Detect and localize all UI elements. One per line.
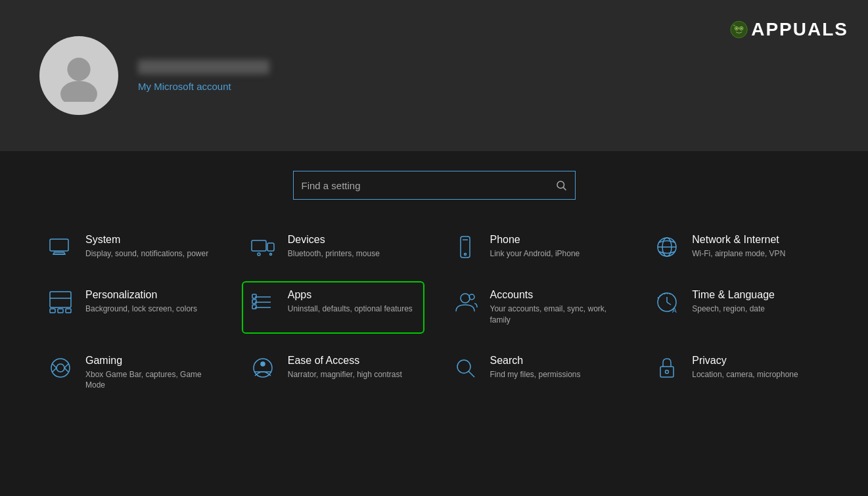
setting-desc-ease: Narrator, magnifier, high contrast (288, 369, 402, 380)
svg-rect-15 (267, 243, 274, 251)
svg-point-6 (741, 28, 742, 30)
setting-item-personalization[interactable]: Personalization Background, lock screen,… (39, 281, 222, 334)
setting-desc-network: Wi-Fi, airplane mode, VPN (692, 248, 785, 259)
header: My Microsoft account APPUALS (0, 0, 868, 151)
setting-title-gaming: Gaming (85, 355, 214, 367)
svg-line-45 (64, 364, 68, 368)
setting-text-gaming: Gaming Xbox Game Bar, captures, Game Mod… (85, 355, 214, 392)
setting-desc-system: Display, sound, notifications, power (85, 248, 208, 259)
setting-item-devices[interactable]: Devices Bluetooth, printers, mouse (242, 226, 424, 268)
setting-desc-accounts: Your accounts, email, sync, work, family (490, 304, 619, 326)
svg-point-5 (736, 28, 738, 30)
svg-rect-27 (66, 309, 71, 313)
setting-item-phone[interactable]: Phone Link your Android, iPhone (444, 226, 627, 268)
svg-rect-14 (252, 240, 266, 251)
setting-title-network: Network & Internet (692, 234, 785, 246)
setting-item-privacy[interactable]: Privacy Location, camera, microphone (646, 347, 829, 399)
svg-point-48 (261, 362, 265, 366)
phone-icon (452, 234, 478, 260)
svg-rect-26 (58, 309, 63, 313)
setting-text-time: Time & Language Speech, region, date (692, 289, 775, 315)
search-icon (452, 355, 478, 381)
svg-rect-34 (252, 305, 256, 309)
setting-desc-search: Find my files, permissions (490, 369, 581, 380)
svg-rect-11 (50, 239, 68, 251)
setting-item-ease[interactable]: Ease of Access Narrator, magnifier, high… (242, 347, 424, 399)
svg-point-1 (60, 81, 97, 102)
ease-icon (250, 355, 276, 381)
setting-desc-apps: Uninstall, defaults, optional features (288, 304, 413, 315)
setting-text-search: Search Find my files, permissions (490, 355, 581, 380)
setting-text-system: System Display, sound, notifications, po… (85, 234, 208, 259)
svg-point-42 (57, 364, 64, 372)
setting-item-accounts[interactable]: Accounts Your accounts, email, sync, wor… (444, 281, 627, 334)
setting-item-network[interactable]: Network & Internet Wi-Fi, airplane mode,… (646, 226, 829, 268)
search-icon (555, 179, 567, 191)
setting-item-system[interactable]: System Display, sound, notifications, po… (39, 226, 222, 268)
svg-rect-8 (733, 25, 736, 26)
svg-text:A: A (672, 307, 677, 314)
setting-title-apps: Apps (288, 289, 413, 301)
setting-text-accounts: Accounts Your accounts, email, sync, wor… (490, 289, 619, 326)
setting-title-time: Time & Language (692, 289, 775, 301)
gaming-icon (47, 355, 74, 381)
microsoft-account-link[interactable]: My Microsoft account (138, 81, 269, 92)
setting-text-phone: Phone Link your Android, iPhone (490, 234, 580, 259)
svg-rect-24 (50, 292, 71, 307)
setting-text-devices: Devices Bluetooth, printers, mouse (288, 234, 380, 259)
svg-point-2 (731, 21, 747, 37)
svg-line-44 (53, 368, 57, 372)
svg-rect-25 (50, 309, 55, 313)
network-icon (654, 234, 680, 260)
setting-text-ease: Ease of Access Narrator, magnifier, high… (288, 355, 402, 380)
setting-desc-phone: Link your Android, iPhone (490, 248, 580, 259)
settings-grid: System Display, sound, notifications, po… (39, 226, 829, 399)
setting-text-personalization: Personalization Background, lock screen,… (85, 289, 197, 315)
setting-text-network: Network & Internet Wi-Fi, airplane mode,… (692, 234, 785, 259)
setting-item-gaming[interactable]: Gaming Xbox Game Bar, captures, Game Mod… (39, 347, 222, 399)
personalization-icon (47, 289, 74, 315)
search-button[interactable] (555, 179, 567, 191)
profile-info: My Microsoft account (138, 60, 269, 92)
setting-title-personalization: Personalization (85, 289, 197, 301)
setting-title-system: System (85, 234, 208, 246)
svg-line-51 (468, 371, 474, 377)
svg-point-0 (67, 58, 90, 81)
setting-title-search: Search (490, 355, 581, 367)
setting-text-privacy: Privacy Location, camera, microphone (692, 355, 798, 380)
privacy-icon (654, 355, 680, 381)
setting-title-accounts: Accounts (490, 289, 619, 301)
accounts-icon (452, 289, 478, 315)
appuals-logo: APPUALS (730, 10, 848, 49)
search-input[interactable] (302, 180, 555, 191)
setting-title-ease: Ease of Access (288, 355, 402, 367)
search-container (39, 171, 829, 200)
setting-title-phone: Phone (490, 234, 580, 246)
setting-text-apps: Apps Uninstall, defaults, optional featu… (288, 289, 413, 315)
setting-desc-devices: Bluetooth, printers, mouse (288, 248, 380, 259)
svg-point-41 (51, 359, 70, 377)
setting-desc-privacy: Location, camera, microphone (692, 369, 798, 380)
svg-rect-52 (660, 367, 674, 377)
svg-rect-33 (252, 300, 256, 304)
setting-desc-gaming: Xbox Game Bar, captures, Game Mode (85, 369, 214, 392)
setting-title-devices: Devices (288, 234, 380, 246)
svg-point-19 (464, 254, 466, 256)
svg-point-53 (666, 370, 669, 373)
avatar (39, 36, 118, 115)
setting-item-apps[interactable]: Apps Uninstall, defaults, optional featu… (242, 281, 424, 334)
time-icon: A (654, 289, 680, 315)
svg-rect-32 (252, 294, 256, 298)
svg-point-35 (461, 294, 470, 303)
system-icon (47, 234, 74, 260)
setting-item-search[interactable]: Search Find my files, permissions (444, 347, 627, 399)
svg-point-16 (258, 253, 260, 256)
setting-desc-time: Speech, region, date (692, 304, 775, 315)
main-content: System Display, sound, notifications, po… (0, 151, 868, 418)
setting-title-privacy: Privacy (692, 355, 798, 367)
setting-item-time[interactable]: A Time & Language Speech, region, date (646, 281, 829, 334)
svg-line-10 (563, 187, 566, 190)
svg-point-17 (269, 254, 271, 256)
svg-point-9 (557, 181, 564, 189)
svg-line-39 (667, 302, 671, 305)
